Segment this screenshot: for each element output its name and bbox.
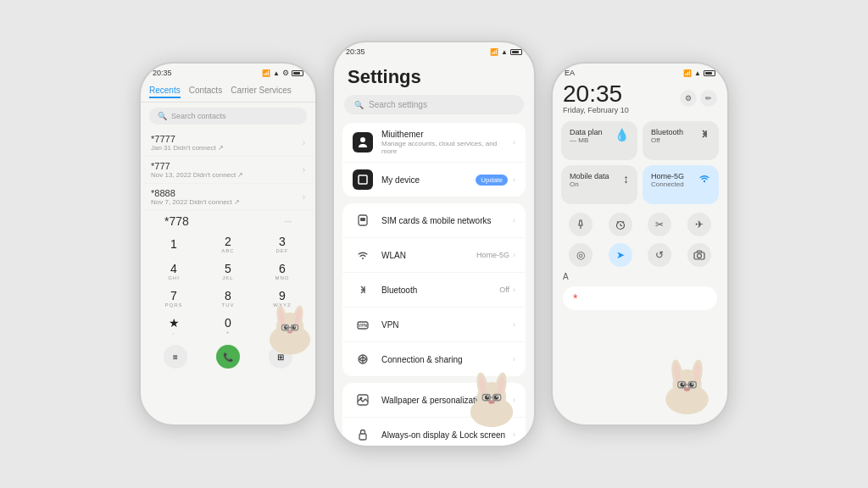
recent-item-2[interactable]: *777 Nov 13, 2022 Didn't connect ↗ › (141, 157, 315, 184)
qs-torch-button[interactable] (569, 213, 593, 236)
svg-rect-15 (359, 175, 367, 184)
settings-item-wlan[interactable]: WLAN Home-5G › (342, 238, 526, 273)
svg-point-34 (487, 396, 489, 397)
qs-location-button[interactable]: ➤ (609, 243, 632, 267)
svg-point-35 (496, 396, 498, 397)
lock-pin-input[interactable]: * (563, 286, 717, 310)
wlan-icon (353, 245, 373, 265)
dial-key-5[interactable]: 5JKL (202, 258, 254, 284)
mydevice-label: My device (381, 175, 476, 185)
tile-wifi-info: Home-5G Connected (651, 172, 684, 188)
svg-point-55 (682, 383, 684, 385)
settings-item-bluetooth[interactable]: Bluetooth Off › (342, 273, 526, 308)
bluetooth-icon (353, 280, 373, 300)
miuithemer-label: Miuithemer (381, 130, 513, 139)
call-button[interactable]: 📞 (216, 345, 240, 369)
dial-key-2[interactable]: 2ABC (202, 231, 254, 257)
qs-airplane-button[interactable]: ✈ (687, 213, 711, 236)
svg-point-14 (360, 137, 365, 142)
status-icons-1: 📶 ▲ ⚙ (262, 69, 303, 77)
dial-key-3[interactable]: 3DEF (256, 231, 309, 257)
recent-date-2: Nov 13, 2022 Didn't connect ↗ (151, 171, 243, 179)
svg-point-32 (494, 395, 498, 399)
tile-mobile-data[interactable]: Mobile data On ↕ (561, 165, 637, 204)
qs-quick-icons-row2: ◎ ➤ ↺ (553, 240, 727, 270)
tile-bt-sub: Off (651, 136, 683, 144)
settings-section-network: SIM cards & mobile networks › WLAN (342, 203, 526, 376)
chevron-vpn: › (513, 320, 515, 329)
tab-recents[interactable]: Recents (149, 84, 181, 98)
recent-number-2: *777 (151, 161, 243, 171)
svg-point-39 (704, 180, 705, 182)
settings-gear[interactable]: ⚙ (282, 69, 289, 77)
wallpaper-icon (353, 390, 373, 410)
tile-data-plan[interactable]: Data plan — MB 💧 (561, 121, 637, 160)
recents-list: *7777 Jan 31 Didn't connect ↗ › *777 Nov… (141, 130, 315, 211)
tile-mobile-label: Mobile data (570, 172, 609, 180)
voicemail-button[interactable]: ≡ (164, 345, 187, 369)
vpn-label: VPN (381, 320, 513, 330)
rabbit-svg-3 (651, 340, 723, 416)
recent-item-3[interactable]: *8888 Nov 7, 2022 Didn't connect ↗ › (141, 184, 315, 211)
tab-contacts[interactable]: Contacts (189, 84, 222, 98)
dial-key-star[interactable]: ★, (147, 313, 200, 338)
chevron-bluetooth: › (513, 286, 515, 294)
dial-key-0[interactable]: 0+ (202, 313, 254, 338)
qs-settings-button[interactable]: ⚙ (680, 90, 697, 107)
recent-item-1[interactable]: *7777 Jan 31 Didn't connect ↗ › (141, 130, 315, 157)
settings-item-vpn[interactable]: VPN VPN › (342, 308, 526, 342)
settings-item-mydevice[interactable]: My device Update › (342, 163, 526, 197)
vpn-svg: VPN (356, 318, 370, 331)
tile-data-info: Data plan — MB (570, 128, 603, 144)
bluetooth-text: Bluetooth (381, 286, 499, 295)
tile-mobile-sub: On (570, 180, 609, 188)
tile-wifi[interactable]: Home-5G Connected (643, 165, 719, 204)
bluetooth-value: Off (499, 286, 509, 294)
lock-dot-symbol: * (573, 291, 577, 305)
tile-bluetooth[interactable]: Bluetooth Off (643, 121, 719, 160)
qs-time: 20:35 (563, 82, 629, 106)
settings-search-icon: 🔍 (354, 101, 364, 109)
qs-brightness-button[interactable]: ◎ (569, 243, 593, 267)
mydevice-text: My device (381, 175, 476, 185)
user-label: EA (565, 69, 575, 77)
text-input-mode: A (553, 270, 727, 283)
qs-rotate-button[interactable]: ↺ (648, 243, 671, 267)
tab-carrier[interactable]: Carrier Services (231, 84, 292, 98)
miuithemer-sub: Manage accounts, cloud services, and mor… (381, 140, 513, 155)
settings-page-title: Settings (334, 58, 534, 95)
signal-icon-3: 📶 (683, 69, 692, 77)
svg-point-6 (284, 325, 288, 330)
qs-alarm-button[interactable] (609, 213, 632, 236)
qs-scissors-button[interactable]: ✂ (648, 213, 671, 236)
miuithemer-text: Miuithemer Manage accounts, cloud servic… (381, 130, 513, 155)
miuithemer-icon (353, 132, 373, 152)
contacts-search-bar[interactable]: 🔍 Search contacts (149, 108, 307, 125)
wlan-text: WLAN (381, 251, 476, 260)
phone-dialer: 20:35 📶 ▲ ⚙ Recents Contacts Carrier Ser… (139, 62, 317, 426)
sim-label: SIM cards & mobile networks (381, 216, 513, 225)
svg-text:VPN: VPN (359, 323, 368, 328)
dial-key-4[interactable]: 4GHI (147, 258, 200, 284)
settings-item-sim[interactable]: SIM cards & mobile networks › (342, 203, 526, 238)
chevron-wlan: › (513, 251, 515, 259)
tile-mobile-top: Mobile data On ↕ (570, 172, 629, 188)
tiles-grid: Data plan — MB 💧 Bluetooth Off (553, 116, 727, 209)
recent-number-1: *7777 (151, 134, 224, 144)
dial-key-8[interactable]: 8TUV (202, 286, 254, 311)
tile-bt-top: Bluetooth Off (651, 128, 710, 144)
sharing-icon (353, 349, 373, 369)
qs-edit-button[interactable]: ✏ (700, 90, 717, 107)
dial-key-7[interactable]: 7PQRS (147, 286, 200, 311)
settings-item-miuithemer[interactable]: Miuithemer Manage accounts, cloud servic… (342, 123, 526, 163)
dial-key-1[interactable]: 1 (147, 231, 200, 257)
recent-info-2: *777 Nov 13, 2022 Didn't connect ↗ (151, 161, 243, 179)
qs-camera-button[interactable] (687, 243, 711, 267)
chevron-right-icon-2: › (303, 165, 305, 175)
chevron-miuithemer: › (513, 138, 515, 147)
dial-key-6[interactable]: 6MNO (256, 258, 309, 284)
svg-point-10 (294, 326, 296, 328)
qs-header: 20:35 Friday, February 10 ⚙ ✏ (553, 79, 727, 116)
settings-search-bar[interactable]: 🔍 Search settings (344, 95, 524, 114)
wallpaper-svg (356, 393, 370, 407)
